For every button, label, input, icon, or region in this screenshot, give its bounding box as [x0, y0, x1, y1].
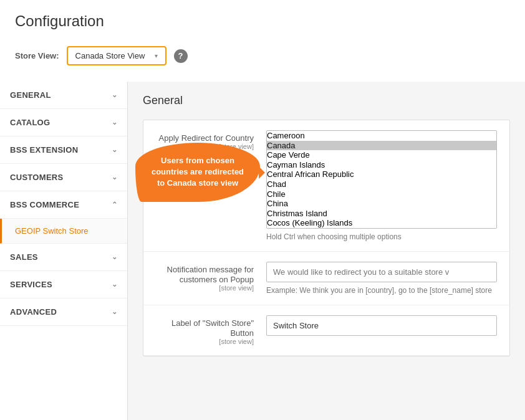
sidebar-item-catalog[interactable]: CATALOG ⌄	[0, 109, 127, 136]
sidebar: GENERAL ⌄ CATALOG ⌄ BSS EXTENSION ⌄ CUST…	[0, 82, 128, 420]
sidebar-label-bss-commerce: BSS COMMERCE	[10, 200, 79, 209]
notification-label: Notification message for customers on Po…	[156, 262, 266, 292]
notification-hint: Example: We think you are in [country], …	[266, 286, 497, 295]
chevron-icon-customers: ⌄	[112, 173, 117, 181]
chevron-icon-advanced: ⌄	[112, 308, 117, 316]
chevron-down-icon: ▾	[155, 52, 158, 59]
help-icon[interactable]: ?	[174, 49, 188, 63]
country-option-chad[interactable]: Chad	[267, 179, 496, 189]
chevron-icon-general: ⌄	[112, 91, 117, 99]
tooltip-bubble: Users from chosen countries are redirect…	[135, 143, 260, 202]
sidebar-label-geoip: GEOIP Switch Store	[15, 226, 89, 236]
redirect-control: Users from chosen countries are redirect…	[266, 130, 497, 241]
notification-control: Example: We think you are in [country], …	[266, 262, 497, 295]
tooltip-text: Users from chosen countries are redirect…	[152, 156, 244, 188]
country-option-central-african[interactable]: Central African Republic	[267, 169, 496, 179]
sidebar-item-bss-extension[interactable]: BSS EXTENSION ⌄	[0, 136, 127, 164]
section-title: General	[143, 94, 510, 107]
page-header: Configuration Store View: Canada Store V…	[0, 0, 525, 82]
chevron-icon-services: ⌄	[112, 280, 117, 289]
switch-store-label-text: Label of "Switch Store" Button	[171, 318, 254, 338]
sidebar-item-advanced[interactable]: ADVANCED ⌄	[0, 298, 127, 326]
switch-store-label: Label of "Switch Store" Button [store vi…	[156, 315, 266, 345]
sidebar-label-general: GENERAL	[10, 90, 51, 100]
content-area: GENERAL ⌄ CATALOG ⌄ BSS EXTENSION ⌄ CUST…	[0, 82, 525, 420]
main-content: General Apply Redirect for Country [stor…	[128, 82, 525, 420]
sidebar-label-services: SERVICES	[10, 280, 52, 289]
notification-label-meta: [store view]	[156, 284, 254, 292]
sidebar-item-bss-commerce[interactable]: BSS COMMERCE ⌃	[0, 191, 127, 219]
switch-store-input[interactable]	[266, 315, 497, 336]
store-view-bar: Store View: Canada Store View ▾ ?	[15, 40, 510, 75]
country-list[interactable]: Cameroon Canada Cape Verde Cayman Island…	[266, 130, 497, 229]
sidebar-label-customers: CUSTOMERS	[10, 173, 64, 182]
config-row-notification: Notification message for customers on Po…	[143, 252, 509, 305]
chevron-icon-sales: ⌄	[112, 253, 117, 261]
sidebar-label-advanced: ADVANCED	[10, 307, 57, 317]
country-option-canada[interactable]: Canada	[267, 141, 496, 151]
config-row-redirect: Apply Redirect for Country [store view] …	[143, 120, 509, 252]
page-wrapper: Configuration Store View: Canada Store V…	[0, 0, 525, 420]
chevron-icon-catalog: ⌄	[112, 118, 117, 126]
store-view-label: Store View:	[15, 51, 59, 60]
sidebar-item-sales[interactable]: SALES ⌄	[0, 244, 127, 271]
country-option-cayman-islands[interactable]: Cayman Islands	[267, 160, 496, 170]
country-option-christmas-island[interactable]: Christmas Island	[267, 209, 496, 219]
switch-store-label-meta: [store view]	[156, 338, 254, 345]
sidebar-item-general[interactable]: GENERAL ⌄	[0, 82, 127, 109]
country-option-cape-verde[interactable]: Cape Verde	[267, 150, 496, 160]
sidebar-label-sales: SALES	[10, 252, 38, 262]
config-section: Apply Redirect for Country [store view] …	[143, 120, 510, 356]
page-title: Configuration	[15, 12, 510, 30]
country-option-chile[interactable]: Chile	[267, 189, 496, 199]
redirect-label-text: Apply Redirect for Country	[159, 133, 254, 143]
sidebar-label-catalog: CATALOG	[10, 118, 50, 127]
config-row-switch-store: Label of "Switch Store" Button [store vi…	[143, 305, 509, 356]
store-view-select[interactable]: Canada Store View ▾	[67, 46, 166, 65]
dropdown-hint: Hold Ctrl when choosing multiple options	[266, 232, 497, 241]
notification-label-text: Notification message for customers on Po…	[167, 265, 254, 284]
sidebar-label-bss-extension: BSS EXTENSION	[10, 145, 78, 155]
country-option-china[interactable]: China	[267, 199, 496, 209]
switch-store-control	[266, 315, 497, 336]
chevron-icon-bss-extension: ⌄	[112, 146, 117, 154]
sidebar-item-services[interactable]: SERVICES ⌄	[0, 271, 127, 298]
notification-input[interactable]	[266, 262, 497, 282]
sidebar-item-customers[interactable]: CUSTOMERS ⌄	[0, 164, 127, 191]
country-option-cocos-islands[interactable]: Cocos (Keeling) Islands	[267, 218, 496, 228]
store-view-value: Canada Store View	[75, 51, 145, 60]
sidebar-item-geoip[interactable]: GEOIP Switch Store	[0, 219, 127, 244]
country-option-cameroon[interactable]: Cameroon	[267, 131, 496, 141]
chevron-icon-bss-commerce: ⌃	[112, 201, 117, 209]
